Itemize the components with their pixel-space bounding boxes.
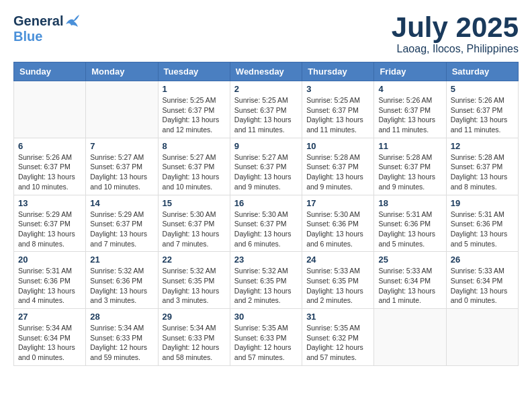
day-info: Sunrise: 5:35 AM Sunset: 6:32 PM Dayligh…: [306, 323, 369, 363]
day-info: Sunrise: 5:27 AM Sunset: 6:37 PM Dayligh…: [163, 152, 226, 192]
day-info: Sunrise: 5:33 AM Sunset: 6:34 PM Dayligh…: [378, 266, 441, 306]
day-number: 31: [306, 312, 369, 322]
day-number: 15: [163, 198, 226, 208]
day-info: Sunrise: 5:28 AM Sunset: 6:37 PM Dayligh…: [451, 152, 514, 192]
day-number: 19: [451, 198, 514, 208]
logo-general: General: [13, 13, 63, 29]
weekday-header: Friday: [374, 62, 446, 81]
calendar-cell: 10Sunrise: 5:28 AM Sunset: 6:37 PM Dayli…: [302, 138, 374, 195]
weekday-header: Sunday: [14, 62, 86, 81]
calendar-cell: 13Sunrise: 5:29 AM Sunset: 6:37 PM Dayli…: [14, 195, 86, 252]
day-number: 8: [163, 141, 226, 151]
logo-blue: Blue: [13, 29, 42, 44]
day-info: Sunrise: 5:33 AM Sunset: 6:35 PM Dayligh…: [306, 266, 369, 306]
day-number: 11: [378, 141, 441, 151]
day-number: 27: [18, 312, 81, 322]
day-number: 21: [90, 255, 153, 265]
calendar-cell: 26Sunrise: 5:33 AM Sunset: 6:34 PM Dayli…: [446, 252, 518, 309]
day-info: Sunrise: 5:26 AM Sunset: 6:37 PM Dayligh…: [451, 95, 514, 135]
day-number: 30: [234, 312, 298, 322]
day-info: Sunrise: 5:25 AM Sunset: 6:37 PM Dayligh…: [234, 95, 298, 135]
calendar-cell: 27Sunrise: 5:34 AM Sunset: 6:34 PM Dayli…: [14, 309, 86, 366]
calendar-cell: 22Sunrise: 5:32 AM Sunset: 6:35 PM Dayli…: [158, 252, 230, 309]
day-info: Sunrise: 5:32 AM Sunset: 6:35 PM Dayligh…: [163, 266, 226, 306]
day-number: 6: [18, 141, 81, 151]
calendar-cell: [14, 81, 86, 138]
day-number: 5: [451, 84, 514, 94]
day-number: 22: [163, 255, 226, 265]
day-info: Sunrise: 5:34 AM Sunset: 6:34 PM Dayligh…: [18, 323, 81, 363]
header: General Blue July 2025 Laoag, Ilocos, Ph…: [13, 13, 519, 55]
calendar-cell: 12Sunrise: 5:28 AM Sunset: 6:37 PM Dayli…: [446, 138, 518, 195]
calendar-cell: 28Sunrise: 5:34 AM Sunset: 6:33 PM Dayli…: [86, 309, 158, 366]
day-info: Sunrise: 5:30 AM Sunset: 6:37 PM Dayligh…: [163, 210, 226, 249]
calendar-cell: 9Sunrise: 5:27 AM Sunset: 6:37 PM Daylig…: [230, 138, 302, 195]
day-number: 9: [234, 141, 298, 151]
day-number: 2: [234, 84, 298, 94]
day-number: 18: [378, 198, 441, 208]
day-info: Sunrise: 5:29 AM Sunset: 6:37 PM Dayligh…: [90, 210, 153, 249]
calendar-cell: 21Sunrise: 5:32 AM Sunset: 6:36 PM Dayli…: [86, 252, 158, 309]
day-number: 7: [90, 141, 153, 151]
day-number: 23: [234, 255, 298, 265]
calendar-cell: 6Sunrise: 5:26 AM Sunset: 6:37 PM Daylig…: [14, 138, 86, 195]
calendar-cell: 19Sunrise: 5:31 AM Sunset: 6:36 PM Dayli…: [446, 195, 518, 252]
day-info: Sunrise: 5:34 AM Sunset: 6:33 PM Dayligh…: [163, 323, 226, 363]
day-info: Sunrise: 5:25 AM Sunset: 6:37 PM Dayligh…: [163, 95, 226, 135]
logo-bird-icon: [64, 15, 79, 28]
weekday-header: Tuesday: [158, 62, 230, 81]
day-info: Sunrise: 5:32 AM Sunset: 6:36 PM Dayligh…: [90, 266, 153, 306]
calendar-cell: 8Sunrise: 5:27 AM Sunset: 6:37 PM Daylig…: [158, 138, 230, 195]
day-number: 12: [451, 141, 514, 151]
logo-text: General Blue: [13, 13, 81, 44]
calendar-week-row: 20Sunrise: 5:31 AM Sunset: 6:36 PM Dayli…: [14, 252, 519, 309]
calendar-cell: 3Sunrise: 5:25 AM Sunset: 6:37 PM Daylig…: [302, 81, 374, 138]
calendar-cell: 7Sunrise: 5:27 AM Sunset: 6:37 PM Daylig…: [86, 138, 158, 195]
day-info: Sunrise: 5:28 AM Sunset: 6:37 PM Dayligh…: [378, 152, 441, 192]
day-number: 13: [18, 198, 81, 208]
day-info: Sunrise: 5:25 AM Sunset: 6:37 PM Dayligh…: [306, 95, 369, 135]
day-number: 1: [163, 84, 226, 94]
day-number: 10: [306, 141, 369, 151]
day-info: Sunrise: 5:30 AM Sunset: 6:37 PM Dayligh…: [234, 210, 298, 249]
calendar-cell: 4Sunrise: 5:26 AM Sunset: 6:37 PM Daylig…: [374, 81, 446, 138]
calendar-cell: [374, 309, 446, 366]
month-title: July 2025: [392, 13, 519, 42]
calendar-cell: 14Sunrise: 5:29 AM Sunset: 6:37 PM Dayli…: [86, 195, 158, 252]
day-number: 24: [306, 255, 369, 265]
day-info: Sunrise: 5:35 AM Sunset: 6:33 PM Dayligh…: [234, 323, 298, 363]
calendar-cell: 17Sunrise: 5:30 AM Sunset: 6:36 PM Dayli…: [302, 195, 374, 252]
calendar-cell: 5Sunrise: 5:26 AM Sunset: 6:37 PM Daylig…: [446, 81, 518, 138]
day-number: 14: [90, 198, 153, 208]
day-info: Sunrise: 5:34 AM Sunset: 6:33 PM Dayligh…: [90, 323, 153, 363]
weekday-header: Monday: [86, 62, 158, 81]
calendar-cell: 11Sunrise: 5:28 AM Sunset: 6:37 PM Dayli…: [374, 138, 446, 195]
calendar: SundayMondayTuesdayWednesdayThursdayFrid…: [13, 62, 519, 366]
day-number: 4: [378, 84, 441, 94]
calendar-cell: 31Sunrise: 5:35 AM Sunset: 6:32 PM Dayli…: [302, 309, 374, 366]
weekday-header: Thursday: [302, 62, 374, 81]
day-info: Sunrise: 5:31 AM Sunset: 6:36 PM Dayligh…: [378, 210, 441, 249]
calendar-week-row: 27Sunrise: 5:34 AM Sunset: 6:34 PM Dayli…: [14, 309, 519, 366]
day-number: 29: [163, 312, 226, 322]
day-info: Sunrise: 5:29 AM Sunset: 6:37 PM Dayligh…: [18, 210, 81, 249]
day-info: Sunrise: 5:26 AM Sunset: 6:37 PM Dayligh…: [378, 95, 441, 135]
title-area: July 2025 Laoag, Ilocos, Philippines: [392, 13, 519, 55]
location-title: Laoag, Ilocos, Philippines: [392, 43, 519, 55]
calendar-week-row: 6Sunrise: 5:26 AM Sunset: 6:37 PM Daylig…: [14, 138, 519, 195]
calendar-cell: [446, 309, 518, 366]
day-number: 28: [90, 312, 153, 322]
calendar-cell: 15Sunrise: 5:30 AM Sunset: 6:37 PM Dayli…: [158, 195, 230, 252]
day-info: Sunrise: 5:27 AM Sunset: 6:37 PM Dayligh…: [234, 152, 298, 192]
day-info: Sunrise: 5:30 AM Sunset: 6:36 PM Dayligh…: [306, 210, 369, 249]
day-info: Sunrise: 5:32 AM Sunset: 6:35 PM Dayligh…: [234, 266, 298, 306]
day-info: Sunrise: 5:28 AM Sunset: 6:37 PM Dayligh…: [306, 152, 369, 192]
calendar-cell: 2Sunrise: 5:25 AM Sunset: 6:37 PM Daylig…: [230, 81, 302, 138]
day-number: 16: [234, 198, 298, 208]
day-number: 3: [306, 84, 369, 94]
calendar-cell: 20Sunrise: 5:31 AM Sunset: 6:36 PM Dayli…: [14, 252, 86, 309]
day-number: 26: [451, 255, 514, 265]
calendar-cell: 16Sunrise: 5:30 AM Sunset: 6:37 PM Dayli…: [230, 195, 302, 252]
calendar-week-row: 1Sunrise: 5:25 AM Sunset: 6:37 PM Daylig…: [14, 81, 519, 138]
day-number: 20: [18, 255, 81, 265]
